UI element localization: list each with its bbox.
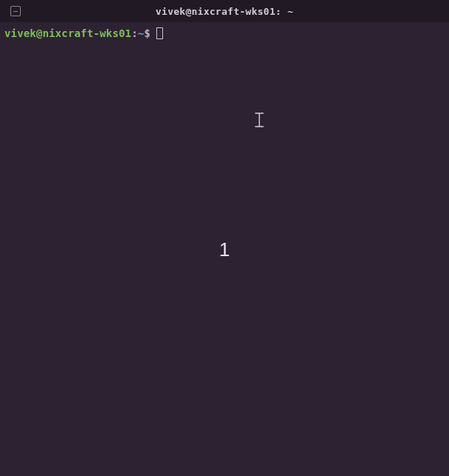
- prompt-path: ~: [138, 27, 144, 40]
- text-cursor-icon: [156, 27, 163, 39]
- terminal-icon: [10, 6, 21, 16]
- terminal-body[interactable]: vivek@nixcraft-wks01 : ~ $ 1: [0, 22, 449, 476]
- prompt-line: vivek@nixcraft-wks01 : ~ $: [4, 27, 445, 40]
- prompt-sigil: $: [144, 27, 151, 40]
- prompt-user-host: vivek@nixcraft-wks01: [4, 27, 131, 40]
- window-titlebar: vivek@nixcraft-wks01: ~: [0, 0, 449, 22]
- overlay-number: 1: [219, 238, 230, 261]
- window-title: vivek@nixcraft-wks01: ~: [156, 6, 293, 17]
- mouse-ibeam-cursor-icon: [255, 113, 264, 127]
- prompt-colon: :: [131, 27, 138, 40]
